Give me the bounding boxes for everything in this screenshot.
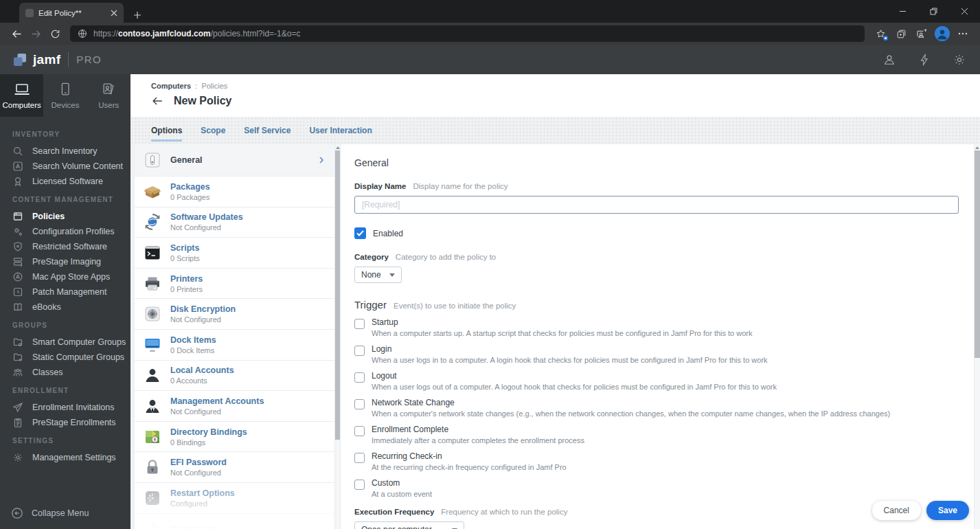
sidebar-item-policies[interactable]: Policies xyxy=(0,209,130,224)
cancel-button[interactable]: Cancel xyxy=(872,501,921,520)
execution-frequency-help: Frequency at which to run the policy xyxy=(441,508,567,516)
payload-item-maintenance[interactable]: Maintenance xyxy=(135,514,334,529)
payload-item-efi-password[interactable]: EFI PasswordNot Configured xyxy=(135,452,334,483)
close-icon[interactable] xyxy=(949,0,980,23)
tab-scope[interactable]: Scope xyxy=(201,126,225,144)
trigger-option-login: LoginWhen a user logs in to a computer. … xyxy=(354,344,959,364)
main-scrollbar[interactable] xyxy=(974,144,980,529)
payload-item-scripts[interactable]: Scripts0 Scripts xyxy=(135,238,334,269)
laptop-icon xyxy=(13,82,31,97)
ribbon-icon xyxy=(12,176,23,187)
globe-refresh-icon xyxy=(144,213,161,231)
sidebar-item-static-computer-groups[interactable]: Static Computer Groups xyxy=(0,350,130,365)
tab-options[interactable]: Options xyxy=(151,126,182,144)
more-menu-icon[interactable] xyxy=(953,24,973,43)
trigger-label: Trigger xyxy=(354,299,387,311)
payload-list: General Packages0 Packages Software Upda… xyxy=(135,144,334,529)
back-icon[interactable] xyxy=(7,24,26,43)
url-text: https://contoso.jamfcloud.com/policies.h… xyxy=(93,29,300,38)
map-icon xyxy=(144,428,161,446)
sidebar-item-smart-computer-groups[interactable]: Smart Computer Groups xyxy=(0,335,130,350)
payload-scrollbar[interactable] xyxy=(334,144,341,529)
sidebar-item-mac-app-store-apps[interactable]: Mac App Store Apps xyxy=(0,269,130,284)
sidebar-item-management-settings[interactable]: Management Settings xyxy=(0,450,130,465)
sidebar-tab-computers[interactable]: Computers xyxy=(0,74,43,117)
breadcrumb-page[interactable]: Policies xyxy=(201,82,227,90)
payload-item-disk-encryption[interactable]: Disk EncryptionNot Configured xyxy=(135,299,334,330)
jamf-logo[interactable]: jamf PRO xyxy=(12,52,102,67)
payload-item-packages[interactable]: Packages0 Packages xyxy=(135,177,334,207)
enrollment-complete-checkbox[interactable] xyxy=(354,426,365,436)
sidebar-item-prestage-imaging[interactable]: PreStage Imaging xyxy=(0,254,130,269)
book-icon xyxy=(12,302,23,313)
policy-form: General Display Name Display name for th… xyxy=(341,144,974,529)
execution-frequency-select[interactable]: Once per computer xyxy=(354,521,464,529)
back-arrow-icon[interactable] xyxy=(151,95,163,107)
enabled-checkbox[interactable] xyxy=(354,227,366,239)
sidebar-tab-users[interactable]: Users xyxy=(87,74,130,117)
sidebar-item-licensed-software[interactable]: Licensed Software xyxy=(0,174,130,189)
collapse-arrow-icon xyxy=(11,507,23,519)
main-scrollbar-thumb[interactable] xyxy=(975,150,980,358)
tab-user-interaction[interactable]: User Interaction xyxy=(309,126,372,144)
minimize-icon[interactable] xyxy=(887,0,918,23)
logout-checkbox[interactable] xyxy=(354,372,365,383)
tab-self-service[interactable]: Self Service xyxy=(244,126,290,144)
sidebar-item-prestage-enrollments[interactable]: PreStage Enrollments xyxy=(0,415,130,430)
globe-icon xyxy=(78,29,87,38)
scroll-up-arrow[interactable] xyxy=(975,146,979,149)
sidebar-item-ebooks[interactable]: eBooks xyxy=(0,300,130,315)
payload-item-printers[interactable]: Printers0 Printers xyxy=(135,269,334,300)
payload-scrollbar-thumb[interactable] xyxy=(335,150,340,440)
browser-tab[interactable]: Edit Policy** xyxy=(19,3,124,23)
new-tab-button[interactable] xyxy=(133,11,141,19)
payload-item-management-accounts[interactable]: Management AccountsNot Configured xyxy=(135,391,334,422)
payload-item-software-updates[interactable]: Software UpdatesNot Configured xyxy=(135,207,334,238)
sidebar-item-patch-management[interactable]: Patch Management xyxy=(0,284,130,300)
save-button[interactable]: Save xyxy=(926,501,969,520)
gear-icon xyxy=(12,452,23,463)
chevron-down-icon xyxy=(389,273,395,277)
collections-icon[interactable] xyxy=(891,24,911,43)
payload-item-local-accounts[interactable]: Local Accounts0 Accounts xyxy=(135,361,334,392)
display-name-input[interactable] xyxy=(354,196,959,214)
paper-plane-icon xyxy=(12,402,23,413)
notifications-icon[interactable] xyxy=(916,52,933,68)
shield-x-icon xyxy=(12,241,23,252)
sidebar-item-restricted-software[interactable]: Restricted Software xyxy=(0,239,130,254)
payload-item-dock-items[interactable]: Dock Items0 Dock Items xyxy=(135,330,334,361)
sidebar-item-enrollment-invitations[interactable]: Enrollment Invitations xyxy=(0,400,130,415)
tab-close-icon[interactable] xyxy=(111,10,117,16)
profile-avatar[interactable] xyxy=(932,24,953,43)
network-state-change-checkbox[interactable] xyxy=(354,399,365,409)
forward-icon[interactable] xyxy=(26,24,45,43)
restore-icon[interactable] xyxy=(918,0,949,23)
login-checkbox[interactable] xyxy=(354,346,365,356)
startup-checkbox[interactable] xyxy=(354,319,365,329)
window-icon xyxy=(12,211,23,222)
refresh-icon[interactable] xyxy=(45,24,65,43)
custom-checkbox[interactable] xyxy=(354,480,365,490)
policy-tabs: Options Scope Self Service User Interact… xyxy=(130,117,980,144)
sidebar-item-search-volume-content[interactable]: Search Volume Content xyxy=(0,159,130,174)
sidebar-item-search-inventory[interactable]: Search Inventory xyxy=(0,144,130,159)
address-bar[interactable]: https://contoso.jamfcloud.com/policies.h… xyxy=(70,25,865,42)
recurring-check-in-checkbox[interactable] xyxy=(354,453,365,463)
breadcrumb-section[interactable]: Computers xyxy=(151,82,191,90)
trigger-option-startup: StartupWhen a computer starts up. A star… xyxy=(354,317,959,337)
settings-gear-icon[interactable] xyxy=(951,52,968,68)
collapse-menu-button[interactable]: Collapse Menu xyxy=(0,507,100,519)
sidebar-tab-devices[interactable]: Devices xyxy=(43,74,87,117)
sidebar-item-classes[interactable]: Classes xyxy=(0,365,130,380)
payload-item-restart-options[interactable]: Restart OptionsConfigured xyxy=(135,483,334,514)
account-icon[interactable] xyxy=(881,52,898,68)
payload-item-directory-bindings[interactable]: Directory Bindings0 Bindings xyxy=(135,422,334,453)
sidebar-item-configuration-profiles[interactable]: Configuration Profiles xyxy=(0,224,130,239)
scroll-up-arrow[interactable] xyxy=(336,146,340,149)
web-capture-icon[interactable] xyxy=(911,24,932,43)
favorites-star-icon[interactable] xyxy=(870,24,891,43)
category-select[interactable]: None xyxy=(354,267,402,283)
payload-item-general[interactable]: General xyxy=(135,144,334,177)
browser-tab-bar: Edit Policy** xyxy=(0,0,980,23)
sidebar-section-title: INVENTORY xyxy=(12,131,118,138)
